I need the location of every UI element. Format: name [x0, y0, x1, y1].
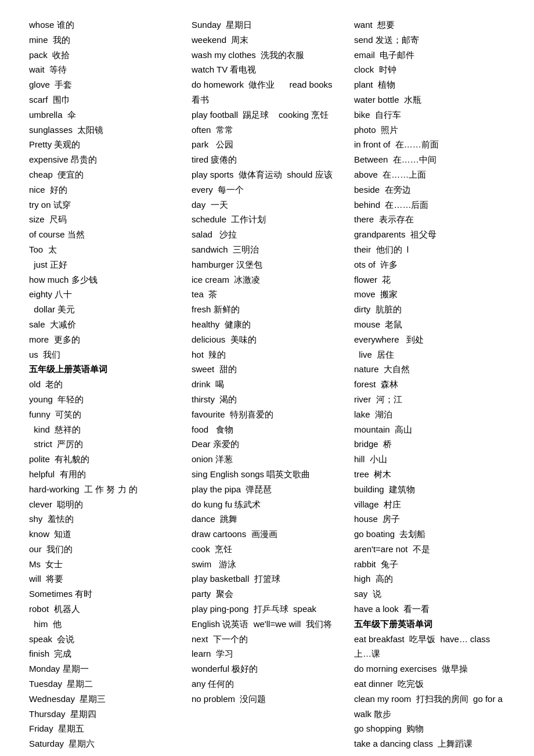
word-item: funny 可笑的 — [29, 407, 180, 422]
word-item: schedule 工作计划 — [192, 212, 342, 227]
word-item: fresh 新鲜的 — [192, 302, 342, 317]
word-item: park 公园 — [192, 137, 342, 152]
word-item: water bottle 水瓶 — [354, 92, 505, 107]
word-item: food 食物 — [192, 422, 342, 437]
word-item: healthy 健康的 — [192, 317, 342, 332]
word-item: above 在……上面 — [354, 167, 505, 182]
word-item: eighty 八十 — [29, 287, 180, 302]
word-item: next 下一个的 — [192, 632, 342, 647]
word-item: size 尺码 — [29, 212, 180, 227]
word-item: building 建筑物 — [354, 482, 505, 497]
word-item: just 正好 — [29, 257, 180, 272]
word-item: Sunday 星期日 — [192, 17, 342, 33]
word-item: strict 严厉的 — [29, 437, 180, 452]
word-item: high 高的 — [354, 571, 505, 586]
word-item: house 房子 — [354, 512, 505, 527]
word-item: flower 花 — [354, 272, 505, 287]
word-item: dirty 肮脏的 — [354, 302, 505, 317]
word-item: tired 疲倦的 — [192, 152, 342, 167]
word-item: robot 机器人 — [29, 602, 180, 617]
word-item: dollar 美元 — [29, 302, 180, 317]
word-item: ots of 许多 — [354, 257, 505, 272]
word-item: glove 手套 — [29, 77, 180, 92]
word-item: Dear 亲爱的 — [192, 437, 342, 452]
word-item: polite 有礼貌的 — [29, 452, 180, 467]
word-item: say 说 — [354, 586, 505, 602]
word-item: thirsty 渴的 — [192, 392, 342, 407]
word-item: more 更多的 — [29, 332, 180, 347]
word-item: in front of 在……前面 — [354, 137, 505, 152]
word-item: ice cream 冰激凌 — [192, 272, 342, 287]
word-item: sale 大减价 — [29, 317, 180, 332]
word-item: often 常常 — [192, 123, 342, 138]
word-item: of course 当然 — [29, 227, 180, 242]
word-item: nature 大自然 — [354, 362, 505, 377]
word-item: hill 小山 — [354, 452, 505, 467]
word-item: move 搬家 — [354, 287, 505, 302]
word-item: have a look 看一看 — [354, 602, 505, 617]
word-item: expensive 昂贵的 — [29, 152, 180, 167]
word-item: river 河；江 — [354, 392, 505, 407]
word-item: scarf 围巾 — [29, 92, 180, 107]
word-item: clean my room 打扫我的房间 go for a walk 散步 — [354, 692, 505, 722]
word-item: how much 多少钱 — [29, 272, 180, 287]
word-item: drink 喝 — [192, 377, 342, 392]
word-item: mountain 高山 — [354, 422, 505, 437]
word-item: whose 谁的 — [29, 17, 180, 33]
word-item: Thursday 星期四 — [29, 707, 180, 722]
word-item: play the pipa 弹琵琶 — [192, 482, 342, 497]
word-item: cook 烹饪 — [192, 542, 342, 557]
word-item: rabbit 兔子 — [354, 557, 505, 572]
word-item: learn 学习 — [192, 646, 342, 661]
word-item: no problem 没问题 — [192, 692, 342, 707]
word-item: helpful 有用的 — [29, 467, 180, 482]
word-item: kind 慈祥的 — [29, 422, 180, 437]
word-item: Monday 星期一 — [29, 661, 180, 676]
word-item: Tuesday 星期二 — [29, 676, 180, 692]
word-item: tea 茶 — [192, 287, 342, 302]
word-item: village 村庄 — [354, 497, 505, 512]
word-item: sing English songs 唱英文歌曲 — [192, 467, 342, 482]
word-item: eat breakfast 吃早饭 have… class 上…课 — [354, 632, 505, 662]
word-item: clever 聪明的 — [29, 497, 180, 512]
word-item: tree 树木 — [354, 467, 505, 482]
word-item: beside 在旁边 — [354, 182, 505, 197]
word-item: us 我们 — [29, 347, 180, 362]
word-item: onion 洋葱 — [192, 452, 342, 467]
word-item: nice 好的 — [29, 182, 180, 197]
word-item: sandwich 三明治 — [192, 242, 342, 257]
word-item: behind 在……后面 — [354, 197, 505, 213]
word-item: shy 羞怯的 — [29, 512, 180, 527]
word-item: grandparents 祖父母 — [354, 227, 505, 242]
word-item: Saturday 星期六 — [29, 736, 180, 751]
word-item: Sometimes 有时 — [29, 586, 180, 602]
word-item: play ping-pong 打乒乓球 speak English 说英语 we… — [192, 602, 342, 632]
word-item: wait 等待 — [29, 62, 180, 77]
word-item: weekend 周末 — [192, 33, 342, 48]
word-item: everywhere 到处 — [354, 332, 505, 347]
word-item: know 知道 — [29, 527, 180, 542]
word-item: forest 森林 — [354, 377, 505, 392]
word-item: party 聚会 — [192, 586, 342, 602]
word-item: 五年级下册英语单词 — [354, 617, 505, 632]
word-item: bike 自行车 — [354, 107, 505, 123]
column-1: whose 谁的mine 我的pack 收拾wait 等待glove 手套sca… — [12, 17, 186, 751]
main-content: whose 谁的mine 我的pack 收拾wait 等待glove 手套sca… — [12, 17, 522, 751]
word-item: speak 会说 — [29, 632, 180, 647]
column-3: want 想要send 发送；邮寄email 电子邮件clock 时钟plant… — [348, 17, 522, 751]
word-item: play sports 做体育运动 should 应该 — [192, 167, 342, 182]
word-item: mine 我的 — [29, 33, 180, 48]
word-item: Ms 女士 — [29, 557, 180, 572]
word-item: draw cartoons 画漫画 — [192, 527, 342, 542]
word-item: clock 时钟 — [354, 62, 505, 77]
word-item: wonderful 极好的 — [192, 661, 342, 676]
word-item: eat dinner 吃完饭 — [354, 676, 505, 692]
word-item: our 我们的 — [29, 542, 180, 557]
word-item: play football 踢足球 cooking 烹饪 — [192, 107, 342, 123]
word-item: lake 湖泊 — [354, 407, 505, 422]
column-2: Sunday 星期日weekend 周末wash my clothes 洗我的衣… — [186, 17, 348, 751]
word-item: go shopping 购物 — [354, 721, 505, 736]
word-item: salad 沙拉 — [192, 227, 342, 242]
word-item: aren't=are not 不是 — [354, 542, 505, 557]
word-item: hot 辣的 — [192, 347, 342, 362]
